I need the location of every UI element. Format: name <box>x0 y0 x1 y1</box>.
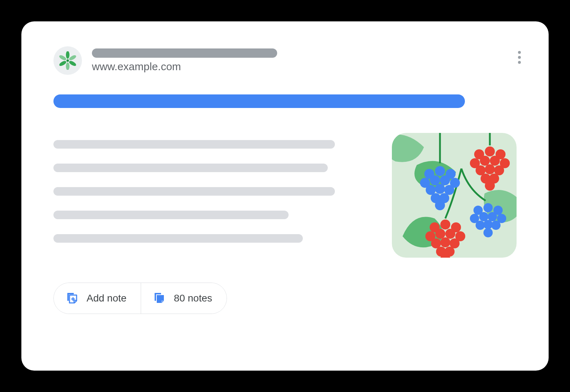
svg-point-3 <box>66 62 69 70</box>
svg-point-8 <box>435 166 445 176</box>
site-title-placeholder <box>92 48 277 58</box>
svg-point-45 <box>440 220 450 229</box>
svg-point-32 <box>485 181 495 191</box>
search-result-card: www.example.com <box>21 21 549 371</box>
svg-point-43 <box>483 228 493 237</box>
svg-point-48 <box>435 229 445 239</box>
svg-point-24 <box>480 156 490 166</box>
svg-point-40 <box>476 221 485 230</box>
snippet-line <box>53 187 335 196</box>
berries-illustration <box>392 133 517 258</box>
notes-action-group: Add note 80 notes <box>53 283 227 314</box>
result-title-link-placeholder[interactable] <box>53 94 465 108</box>
svg-point-28 <box>485 164 495 174</box>
svg-point-1 <box>68 54 77 61</box>
add-note-button[interactable]: Add note <box>54 283 141 314</box>
svg-point-37 <box>479 212 488 221</box>
site-url[interactable]: www.example.com <box>92 61 517 73</box>
snippet-line <box>53 140 335 149</box>
add-note-icon <box>65 292 79 305</box>
svg-point-21 <box>485 146 495 156</box>
snippet-line <box>53 164 328 172</box>
snippet-line <box>53 211 289 219</box>
svg-point-15 <box>435 184 445 194</box>
result-header: www.example.com <box>53 46 517 75</box>
view-notes-button[interactable]: 80 notes <box>141 283 226 314</box>
result-thumbnail[interactable] <box>392 133 517 258</box>
svg-point-2 <box>68 60 77 67</box>
result-snippet <box>53 133 367 243</box>
svg-point-42 <box>491 221 501 230</box>
svg-point-6 <box>67 60 69 62</box>
notes-count-label: 80 notes <box>174 293 212 304</box>
svg-point-41 <box>483 220 493 229</box>
svg-point-12 <box>440 175 450 185</box>
result-body <box>53 133 517 258</box>
notes-count-icon <box>152 292 166 305</box>
svg-point-52 <box>440 237 450 247</box>
more-options-button[interactable] <box>515 48 524 67</box>
snippet-line <box>53 234 303 243</box>
leaf-icon <box>58 51 77 70</box>
svg-point-34 <box>483 203 493 212</box>
site-favicon <box>53 46 82 75</box>
svg-point-0 <box>66 51 69 59</box>
svg-point-25 <box>490 156 500 166</box>
svg-point-49 <box>445 229 455 239</box>
add-note-label: Add note <box>87 293 126 304</box>
svg-point-11 <box>430 175 440 185</box>
svg-point-5 <box>58 54 67 61</box>
svg-point-19 <box>435 200 445 210</box>
svg-point-4 <box>58 60 67 67</box>
svg-point-38 <box>488 212 497 221</box>
